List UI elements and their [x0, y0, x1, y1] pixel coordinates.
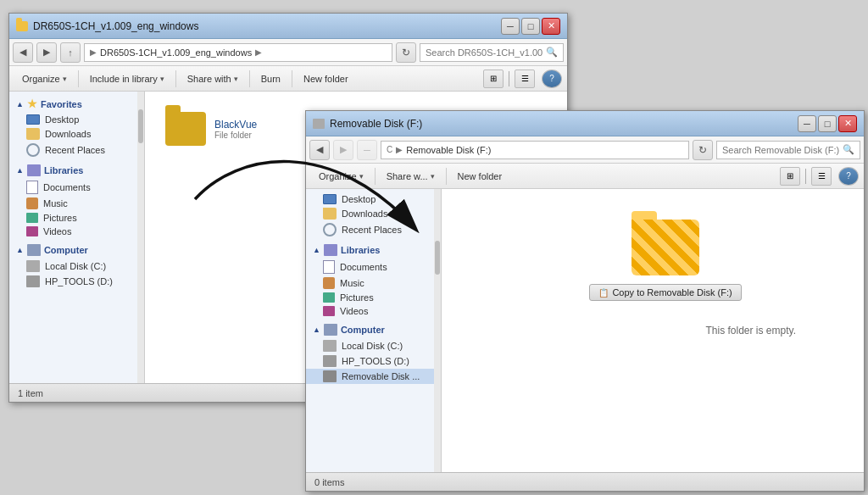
- organize-button-1[interactable]: Organize ▾: [14, 69, 75, 89]
- sidebar-item-downloads-1[interactable]: Downloads: [9, 126, 144, 142]
- favorites-header[interactable]: ▲ ★ Favorites: [9, 95, 144, 113]
- address-path-2[interactable]: C ▶ Removable Disk (F:): [381, 141, 689, 159]
- removable-folder-icon: [632, 220, 699, 275]
- include-library-button[interactable]: Include in library ▾: [82, 69, 172, 89]
- sidebar-item-desktop-2[interactable]: Desktop: [306, 192, 441, 206]
- maximize-button-2[interactable]: □: [818, 115, 837, 132]
- search-input-1[interactable]: [426, 47, 542, 58]
- sidebar-item-pictures-1[interactable]: Pictures: [9, 211, 144, 225]
- refresh-button-2[interactable]: ↻: [693, 140, 713, 160]
- sidebar-item-downloads-2[interactable]: Downloads: [306, 206, 441, 221]
- libraries-header-1[interactable]: ▲ Libraries: [9, 162, 144, 179]
- close-button-2[interactable]: ✕: [838, 115, 857, 132]
- view-button-2[interactable]: ☰: [515, 70, 535, 88]
- maximize-button-1[interactable]: □: [521, 18, 540, 35]
- sep-3: [249, 70, 250, 87]
- up-button-1[interactable]: ↑: [60, 42, 81, 63]
- back-button-2[interactable]: ◀: [309, 140, 330, 160]
- computer-header-2[interactable]: ▲ Computer: [306, 321, 441, 338]
- libraries-collapse-icon-2: ▲: [313, 246, 320, 254]
- pictures-icon-1: [26, 213, 38, 223]
- sidebar-scrollbar-1[interactable]: [137, 92, 144, 383]
- sidebar-item-recent-1[interactable]: Recent Places: [9, 142, 144, 159]
- forward-button-1[interactable]: ▶: [36, 42, 57, 63]
- sidebar-item-music-1[interactable]: Music: [9, 196, 144, 211]
- organize-button-2[interactable]: Organize ▾: [311, 166, 371, 186]
- sidebar-item-documents-2[interactable]: Documents: [306, 259, 441, 275]
- minimize-button-1[interactable]: ─: [501, 18, 520, 35]
- toolbar-2: Organize ▾ Share w... ▾ New folder ⊞ ☰ ?: [306, 164, 864, 189]
- copy-to-removable-button[interactable]: 📋 Copy to Removable Disk (F:): [589, 284, 741, 301]
- window-folder-icon: [16, 21, 28, 31]
- sidebar-item-desktop-1[interactable]: Desktop: [9, 113, 144, 126]
- back-button-1[interactable]: ◀: [13, 42, 33, 63]
- sidebar-item-removable-2[interactable]: Removable Disk ...: [306, 369, 441, 384]
- new-folder-button-2[interactable]: New folder: [450, 166, 510, 186]
- status-text-2: 0 items: [314, 477, 344, 487]
- main-content-2: This folder is empty. 📋 Copy to Removabl…: [442, 189, 864, 472]
- sidebar-item-hp-tools-2[interactable]: HP_TOOLS (D:): [306, 353, 441, 369]
- removable-disk-icon-2: [323, 370, 337, 382]
- computer-section-1: ▲ Computer Local Disk (C:) HP_TOOLS (D:): [9, 242, 144, 289]
- sidebar-1: ▲ ★ Favorites Desktop Downloads Recent P…: [9, 92, 145, 383]
- help-button-2[interactable]: ?: [838, 167, 859, 186]
- libraries-collapse-icon-1: ▲: [16, 166, 24, 175]
- sidebar-item-local-disk-1[interactable]: Local Disk (C:): [9, 259, 144, 274]
- sidebar-item-recent-2[interactable]: Recent Places: [306, 221, 441, 238]
- help-button-1[interactable]: ?: [542, 70, 562, 88]
- sep-2: [175, 70, 176, 87]
- refresh-button-1[interactable]: ↻: [396, 42, 416, 63]
- blackvue-folder[interactable]: BlackVue File folder: [159, 105, 269, 153]
- minimize-button-2[interactable]: ─: [798, 115, 816, 132]
- view-button-3[interactable]: ⊞: [780, 167, 800, 186]
- computer-icon-1: [27, 244, 41, 256]
- path-arrow-1: ▶: [90, 47, 97, 57]
- downloads-icon-2: [323, 208, 337, 220]
- sidebar-item-music-2[interactable]: Music: [306, 275, 441, 291]
- computer-header-1[interactable]: ▲ Computer: [9, 242, 144, 259]
- libraries-icon-1: [27, 164, 41, 176]
- view-button-1[interactable]: ⊞: [483, 70, 504, 88]
- pictures-icon-2: [323, 292, 335, 303]
- up-button-2[interactable]: ─: [357, 140, 377, 160]
- toolbar-right-2: ⊞ ☰ ?: [780, 167, 859, 186]
- search-input-2[interactable]: [722, 145, 839, 155]
- sidebar-item-pictures-2[interactable]: Pictures: [306, 291, 441, 304]
- forward-button-2[interactable]: ▶: [333, 140, 353, 160]
- sep-5: [375, 168, 376, 185]
- address-bar-2: ◀ ▶ ─ C ▶ Removable Disk (F:) ↻ 🔍: [306, 136, 864, 164]
- status-text-1: 1 item: [18, 388, 43, 398]
- local-disk-icon-1: [26, 260, 40, 272]
- sidebar-item-hp-tools-1[interactable]: HP_TOOLS (D:): [9, 274, 144, 289]
- favorites-section-2: Desktop Downloads Recent Places: [306, 192, 441, 238]
- close-button-1[interactable]: ✕: [542, 18, 560, 35]
- videos-icon-2: [323, 306, 335, 316]
- share-with-button-1[interactable]: Share with ▾: [180, 69, 246, 89]
- burn-button[interactable]: Burn: [253, 69, 288, 89]
- search-icon-1: 🔍: [546, 47, 558, 58]
- sidebar-item-videos-1[interactable]: Videos: [9, 225, 144, 238]
- sidebar-item-documents-1[interactable]: Documents: [9, 179, 144, 196]
- search-box-2[interactable]: 🔍: [716, 141, 860, 159]
- desktop-icon-1: [26, 114, 40, 125]
- sidebar-scrollbar-thumb-2[interactable]: [435, 241, 440, 275]
- recent-icon-2: [323, 223, 337, 236]
- title-bar-controls-2: ─ □ ✕: [798, 115, 857, 132]
- sidebar-scrollbar-thumb-1[interactable]: [138, 109, 143, 143]
- share-with-button-2[interactable]: Share w... ▾: [379, 166, 442, 186]
- hp-tools-icon-1: [26, 275, 40, 287]
- sidebar-scrollbar-2[interactable]: [434, 189, 441, 472]
- view-button-4[interactable]: ☰: [811, 167, 832, 186]
- sidebar-item-videos-2[interactable]: Videos: [306, 304, 441, 318]
- new-folder-button-1[interactable]: New folder: [296, 69, 356, 89]
- libraries-header-2[interactable]: ▲ Libraries: [306, 242, 441, 259]
- address-path-1[interactable]: ▶ DR650S-1CH_v1.009_eng_windows ▶: [84, 43, 392, 62]
- window2-title: Removable Disk (F:): [330, 118, 422, 130]
- title-bar-2: Removable Disk (F:) ─ □ ✕: [306, 111, 864, 136]
- title-bar-controls-1: ─ □ ✕: [501, 18, 560, 35]
- search-box-1[interactable]: 🔍: [420, 43, 564, 62]
- blackvue-folder-info: BlackVue File folder: [214, 119, 257, 140]
- sidebar-item-local-disk-2[interactable]: Local Disk (C:): [306, 338, 441, 353]
- favorites-section: ▲ ★ Favorites Desktop Downloads Recent P…: [9, 95, 144, 159]
- libraries-section-1: ▲ Libraries Documents Music Pictures: [9, 162, 144, 238]
